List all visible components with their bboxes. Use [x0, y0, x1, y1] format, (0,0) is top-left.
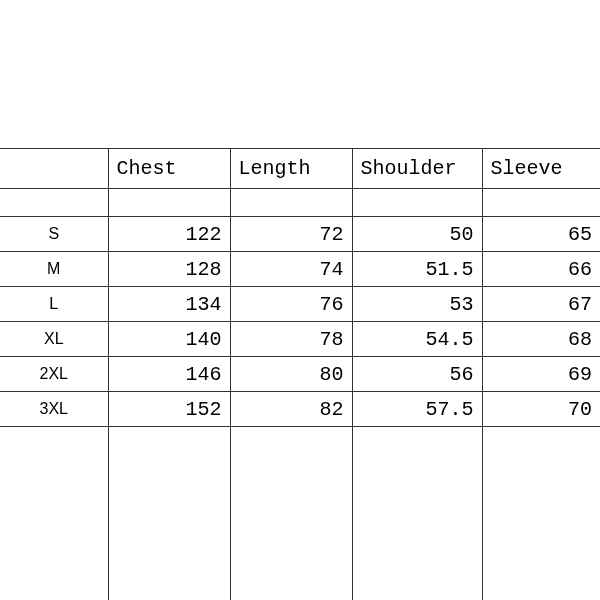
cell-size: L [0, 287, 108, 322]
cell-shoulder: 53 [352, 287, 482, 322]
cell-length: 80 [230, 357, 352, 392]
cell-shoulder: 51.5 [352, 252, 482, 287]
cell-chest: 122 [108, 217, 230, 252]
spacer-row [0, 189, 600, 217]
cell-sleeve: 68 [482, 322, 600, 357]
header-sleeve: Sleeve [482, 149, 600, 189]
cell-length: 72 [230, 217, 352, 252]
cell-shoulder: 57.5 [352, 392, 482, 427]
table-row: 3XL 152 82 57.5 70 [0, 392, 600, 427]
cell-chest: 128 [108, 252, 230, 287]
header-row: Chest Length Shoulder Sleeve [0, 149, 600, 189]
cell-sleeve: 65 [482, 217, 600, 252]
table-row: L 134 76 53 67 [0, 287, 600, 322]
cell-shoulder: 50 [352, 217, 482, 252]
table-row: 2XL 146 80 56 69 [0, 357, 600, 392]
cell-length: 74 [230, 252, 352, 287]
cell-chest: 152 [108, 392, 230, 427]
cell-length: 78 [230, 322, 352, 357]
table-row: M 128 74 51.5 66 [0, 252, 600, 287]
table-row: S 122 72 50 65 [0, 217, 600, 252]
cell-sleeve: 70 [482, 392, 600, 427]
cell-sleeve: 66 [482, 252, 600, 287]
cell-chest: 146 [108, 357, 230, 392]
header-length: Length [230, 149, 352, 189]
size-chart-table: Chest Length Shoulder Sleeve S 122 72 50… [0, 148, 600, 600]
cell-shoulder: 54.5 [352, 322, 482, 357]
empty-area [0, 427, 600, 601]
cell-shoulder: 56 [352, 357, 482, 392]
cell-sleeve: 67 [482, 287, 600, 322]
header-size [0, 149, 108, 189]
cell-size: S [0, 217, 108, 252]
cell-size: 3XL [0, 392, 108, 427]
cell-size: M [0, 252, 108, 287]
cell-chest: 140 [108, 322, 230, 357]
cell-size: 2XL [0, 357, 108, 392]
header-shoulder: Shoulder [352, 149, 482, 189]
header-chest: Chest [108, 149, 230, 189]
cell-size: XL [0, 322, 108, 357]
cell-length: 82 [230, 392, 352, 427]
cell-sleeve: 69 [482, 357, 600, 392]
cell-length: 76 [230, 287, 352, 322]
table-row: XL 140 78 54.5 68 [0, 322, 600, 357]
cell-chest: 134 [108, 287, 230, 322]
